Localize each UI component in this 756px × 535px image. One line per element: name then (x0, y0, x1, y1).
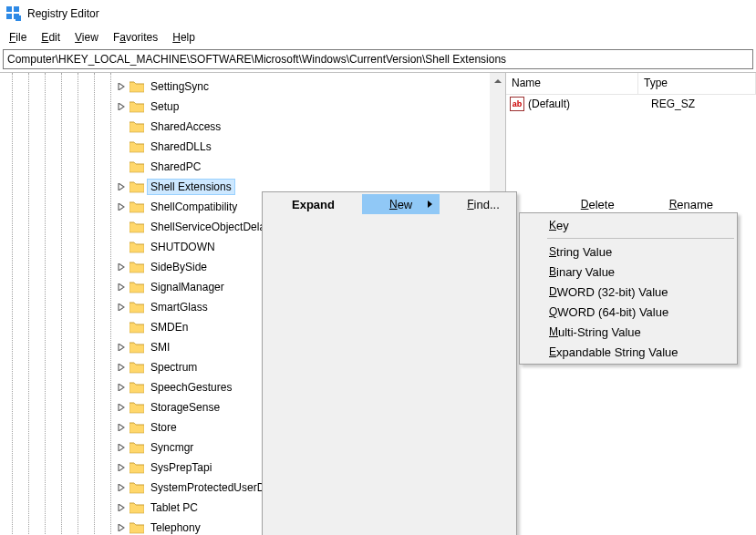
menu-item[interactable]: Multi-String Value (522, 322, 735, 342)
tree-item-label[interactable]: ShellCompatibility (148, 200, 240, 214)
folder-icon (129, 80, 144, 93)
expand-twisty[interactable] (115, 301, 128, 314)
menu-file[interactable]: File (3, 29, 33, 46)
menu-item[interactable]: Delete (554, 194, 642, 214)
tree-item-label[interactable]: SharedAccess (148, 119, 223, 134)
tree-item-label[interactable]: Syncmgr (148, 440, 196, 455)
expand-twisty[interactable] (115, 421, 128, 434)
folder-icon (129, 160, 144, 173)
folder-icon (129, 180, 144, 193)
menubar: File Edit View Favorites Help (0, 27, 756, 47)
menu-item[interactable]: DWORD (32-bit) Value (522, 282, 735, 302)
values-list[interactable]: ab(Default)REG_SZ (506, 95, 756, 113)
tree-item-label[interactable]: SHUTDOWN (148, 240, 218, 254)
folder-icon (129, 441, 144, 454)
expand-twisty[interactable] (115, 381, 128, 394)
expand-twisty[interactable] (115, 501, 128, 514)
regedit-icon (5, 5, 22, 22)
folder-icon (129, 201, 144, 213)
menu-view[interactable]: View (68, 29, 105, 46)
expand-twisty[interactable] (115, 521, 128, 534)
expand-twisty[interactable] (115, 281, 128, 293)
menu-item[interactable]: String Value (522, 242, 735, 262)
menu-item[interactable]: Expandable String Value (522, 342, 735, 362)
tree-item-label[interactable]: Shell Extensions (148, 180, 234, 194)
tree-item-label[interactable]: SharedPC (148, 159, 203, 174)
tree-item[interactable]: Setup (0, 97, 505, 117)
expand-twisty[interactable] (115, 180, 128, 193)
tree-item-label[interactable]: SpeechGestures (148, 380, 234, 395)
tree-item-label[interactable]: SysPrepTapi (148, 460, 214, 475)
folder-icon (129, 381, 144, 394)
value-row[interactable]: ab(Default)REG_SZ (506, 95, 756, 113)
expand-twisty[interactable] (115, 80, 128, 93)
tree-item-label[interactable]: Spectrum (148, 360, 200, 375)
tree-item-label[interactable]: SharedDLLs (148, 139, 214, 154)
folder-icon (129, 401, 144, 414)
expand-twisty[interactable] (115, 481, 128, 494)
value-name: (Default) (528, 98, 651, 110)
scroll-up-button[interactable] (490, 73, 505, 88)
folder-icon (129, 221, 144, 233)
folder-icon (129, 361, 144, 374)
expand-twisty[interactable] (115, 261, 128, 273)
folder-icon (129, 481, 144, 494)
menu-item[interactable]: QWORD (64-bit) Value (522, 302, 735, 322)
expand-twisty (115, 221, 128, 233)
menu-help[interactable]: Help (166, 29, 202, 46)
folder-icon (129, 261, 144, 273)
titlebar: Registry Editor (0, 0, 756, 27)
menu-item[interactable]: New (362, 194, 440, 214)
menu-edit[interactable]: Edit (35, 29, 67, 46)
address-bar[interactable]: Computer\HKEY_LOCAL_MACHINE\SOFTWARE\Mic… (3, 49, 753, 69)
column-type[interactable]: Type (638, 73, 756, 94)
expand-twisty (115, 120, 128, 133)
folder-icon (129, 140, 144, 153)
menu-item[interactable]: Key (522, 215, 735, 235)
menu-favorites[interactable]: Favorites (107, 29, 164, 46)
svg-rect-0 (6, 6, 12, 12)
folder-icon (129, 120, 144, 133)
expand-twisty[interactable] (115, 341, 128, 354)
column-name[interactable]: Name (506, 73, 638, 94)
expand-twisty (115, 160, 128, 173)
tree-item[interactable]: SharedDLLs (0, 137, 505, 157)
tree-item-label[interactable]: SettingSync (148, 79, 212, 94)
menu-item[interactable]: Rename (642, 194, 740, 214)
menu-item[interactable]: Find... (440, 194, 527, 214)
expand-twisty (115, 140, 128, 153)
tree-item-label[interactable]: Tablet PC (148, 500, 201, 515)
menu-item[interactable]: Binary Value (522, 262, 735, 282)
expand-twisty[interactable] (115, 361, 128, 374)
svg-rect-2 (6, 14, 12, 19)
expand-twisty[interactable] (115, 441, 128, 454)
tree-item-label[interactable]: SmartGlass (148, 300, 211, 314)
expand-twisty[interactable] (115, 201, 128, 213)
svg-rect-1 (14, 6, 19, 12)
tree-item[interactable]: SettingSync (0, 77, 505, 97)
tree-item-label[interactable]: SMDEn (148, 320, 191, 334)
folder-icon (129, 341, 144, 354)
tree-item-label[interactable]: SideBySide (148, 260, 210, 274)
context-menu[interactable]: ExpandNewFind...DeleteRenameExportPermis… (262, 191, 517, 535)
expand-twisty[interactable] (115, 100, 128, 113)
tree-item-label[interactable]: Store (148, 420, 180, 435)
value-type: REG_SZ (651, 98, 756, 110)
expand-twisty[interactable] (115, 461, 128, 474)
folder-icon (129, 421, 144, 434)
new-submenu[interactable]: KeyString ValueBinary ValueDWORD (32-bit… (519, 212, 738, 365)
tree-item-label[interactable]: SMI (148, 340, 172, 355)
string-value-icon: ab (510, 97, 524, 111)
tree-item-label[interactable]: StorageSense (148, 400, 223, 415)
menu-item[interactable]: Expand (264, 194, 362, 214)
tree-item-label[interactable]: Telephony (148, 520, 203, 534)
tree-item-label[interactable]: Setup (148, 99, 181, 114)
address-text: Computer\HKEY_LOCAL_MACHINE\SOFTWARE\Mic… (7, 53, 506, 66)
expand-twisty[interactable] (115, 401, 128, 414)
folder-icon (129, 301, 144, 314)
tree-item-label[interactable]: SignalManager (148, 280, 227, 294)
tree-item[interactable]: SharedAccess (0, 117, 505, 137)
submenu-arrow-icon (428, 201, 432, 208)
window-title: Registry Editor (27, 7, 99, 20)
tree-item[interactable]: SharedPC (0, 157, 505, 177)
